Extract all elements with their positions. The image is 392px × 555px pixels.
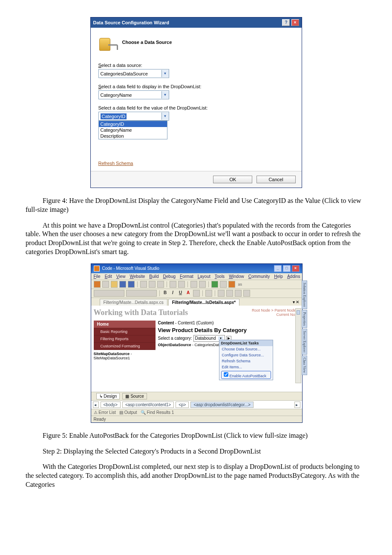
breadcrumb-item[interactable]: <p> xyxy=(176,402,189,408)
breadcrumb-item[interactable]: <asp:content#content1> xyxy=(122,402,174,408)
menu-item[interactable]: Build xyxy=(149,274,159,279)
enable-autopostback-checkbox[interactable]: Enable AutoPostBack xyxy=(221,371,271,379)
datasource-combo[interactable]: CategoriesDataSource ▼ xyxy=(98,69,169,78)
value-field-dropdown-list[interactable]: CategoryID CategoryName Description xyxy=(98,121,167,139)
toolbar-button[interactable] xyxy=(220,281,227,288)
chevron-down-icon[interactable]: ▼ xyxy=(161,91,169,98)
source-tab[interactable]: ▦ Source xyxy=(122,393,147,399)
side-tab[interactable]: Solution Explorer xyxy=(302,280,307,309)
paste-icon[interactable] xyxy=(157,281,164,288)
vs-format-toolbar[interactable]: B I U A xyxy=(91,289,302,298)
dropdown-option[interactable]: CategoryID xyxy=(99,121,167,127)
sidebar-item[interactable]: Filtering Reports xyxy=(94,335,156,343)
tab-controls[interactable]: ▾ ✕ xyxy=(291,299,301,306)
scrollbar[interactable] xyxy=(295,308,301,383)
menu-item[interactable]: View xyxy=(116,274,126,279)
dialog-titlebar: Data Source Configuration Wizard ? × xyxy=(91,17,302,28)
docked-panel-tabs[interactable]: Solution Explorer Properties Server Expl… xyxy=(302,280,307,375)
output-tabs[interactable]: ⚠ Error List ▤ Output 🔍 Find Results 1 xyxy=(91,409,302,416)
side-tab[interactable]: Properties xyxy=(302,310,307,328)
toolbar-button[interactable] xyxy=(190,281,197,288)
toolbar-button[interactable] xyxy=(111,281,118,288)
toolbar-button[interactable] xyxy=(228,281,235,288)
cut-icon[interactable] xyxy=(140,281,147,288)
design-tab[interactable]: ↳ Design xyxy=(96,393,120,399)
combo-value: CategoryID xyxy=(101,113,127,119)
undo-icon[interactable] xyxy=(170,281,176,288)
close-icon[interactable]: × xyxy=(292,265,300,272)
tab-error-list[interactable]: ⚠ Error List xyxy=(94,410,116,415)
side-tab[interactable]: Server Explorer xyxy=(302,329,307,355)
save-icon[interactable] xyxy=(119,281,126,288)
list-icon[interactable] xyxy=(226,290,233,297)
maximize-icon[interactable]: □ xyxy=(283,265,291,272)
file-tab[interactable]: Filtering/Maste...lsDetails.aspx* xyxy=(168,299,240,306)
menu-item[interactable]: Website xyxy=(130,274,145,279)
toolbar-button[interactable] xyxy=(102,281,109,288)
tab-output[interactable]: ▤ Output xyxy=(119,410,137,415)
designer-surface[interactable]: Working with Data Tutorials Root Node > … xyxy=(91,306,302,392)
chevron-down-icon[interactable]: ▼ xyxy=(161,113,169,120)
toolbar-dropdown[interactable] xyxy=(94,290,124,297)
sidebar-item[interactable]: Basic Reporting xyxy=(94,328,156,335)
tab-find-results[interactable]: 🔍 Find Results 1 xyxy=(141,410,174,415)
run-icon[interactable] xyxy=(211,281,218,288)
menu-item[interactable]: Debug xyxy=(163,274,176,279)
sidebar-item[interactable]: Customized Formatting xyxy=(94,343,156,350)
display-field-combo[interactable]: CategoryName ▼ xyxy=(98,90,169,99)
smart-tag-item[interactable]: Configure Data Source... xyxy=(219,352,273,358)
save-all-icon[interactable] xyxy=(128,281,135,288)
dropdown-option[interactable]: CategoryName xyxy=(99,127,167,133)
align-icon[interactable] xyxy=(205,290,212,297)
value-field-combo[interactable]: CategoryID ▼ xyxy=(98,112,169,121)
breadcrumb-item[interactable]: <body> xyxy=(101,402,121,408)
menu-item[interactable]: Format xyxy=(180,274,193,279)
list-icon[interactable] xyxy=(218,290,225,297)
list-icon[interactable] xyxy=(235,290,242,297)
sidebar-item-home[interactable]: Home xyxy=(94,321,156,328)
content-title: View Product Details By Category xyxy=(158,327,300,333)
vs-toolbar[interactable]: as xyxy=(91,280,302,289)
smart-tag-item[interactable]: Choose Data Source... xyxy=(219,346,273,352)
refresh-schema-link[interactable]: Refresh Schema xyxy=(98,161,133,166)
menu-item[interactable]: Layout xyxy=(198,274,210,279)
toolbar-dropdown[interactable] xyxy=(126,290,157,297)
menu-item[interactable]: Edit xyxy=(105,274,112,279)
menu-item[interactable]: Addins xyxy=(287,274,300,279)
file-tab[interactable]: Filtering/Maste...Details.aspx.cs xyxy=(100,299,167,306)
smart-tag-item[interactable]: Edit Items... xyxy=(219,364,273,370)
copy-icon[interactable] xyxy=(149,281,156,288)
italic-icon[interactable]: I xyxy=(170,290,176,296)
smart-tag-item[interactable]: Refresh Schema xyxy=(219,358,273,364)
design-source-tabs[interactable]: ↳ Design ▦ Source xyxy=(91,392,302,400)
menu-item[interactable]: File xyxy=(94,274,101,279)
underline-icon[interactable]: U xyxy=(178,290,184,296)
checkbox[interactable] xyxy=(224,372,228,376)
toolbar-button[interactable] xyxy=(94,281,101,288)
toolbar-button[interactable] xyxy=(199,281,206,288)
minimize-icon[interactable]: _ xyxy=(274,265,282,272)
ok-button[interactable]: OK xyxy=(213,176,252,183)
toolbar-button[interactable] xyxy=(243,290,250,297)
help-icon[interactable]: ? xyxy=(282,19,290,26)
side-tab[interactable]: Class View xyxy=(302,356,307,375)
vs-menubar[interactable]: File Edit View Website Build Debug Forma… xyxy=(91,273,302,280)
menu-item[interactable]: Community xyxy=(248,274,270,279)
figure5-caption: Figure 5: Enable AutoPostBack for the Ca… xyxy=(26,431,366,440)
menu-item[interactable]: Tools xyxy=(215,274,225,279)
menu-item[interactable]: Window xyxy=(229,274,244,279)
menu-item[interactable]: Help xyxy=(274,274,283,279)
font-color-icon[interactable]: A xyxy=(185,290,191,296)
bold-icon[interactable]: B xyxy=(162,290,168,296)
smart-tag-title: DropDownList Tasks xyxy=(219,340,273,346)
dropdown-option[interactable]: Description xyxy=(99,133,167,139)
element-breadcrumb[interactable]: ◂ <body> <asp:content#content1> <p> <asp… xyxy=(91,400,302,409)
sitemapdatasource-control[interactable]: SiteMapDataSource - SiteMapDataSource1 xyxy=(94,352,156,360)
breadcrumb-item[interactable]: <asp:dropdownlist#categor...> xyxy=(190,402,253,408)
toolbar-button[interactable] xyxy=(193,290,200,297)
cancel-button[interactable]: Cancel xyxy=(257,176,296,183)
close-icon[interactable]: × xyxy=(291,19,299,26)
chevron-down-icon[interactable]: ▼ xyxy=(161,70,169,77)
file-tab-strip[interactable]: Filtering/Maste...Details.aspx.cs Filter… xyxy=(91,298,302,306)
redo-icon[interactable] xyxy=(178,281,185,288)
